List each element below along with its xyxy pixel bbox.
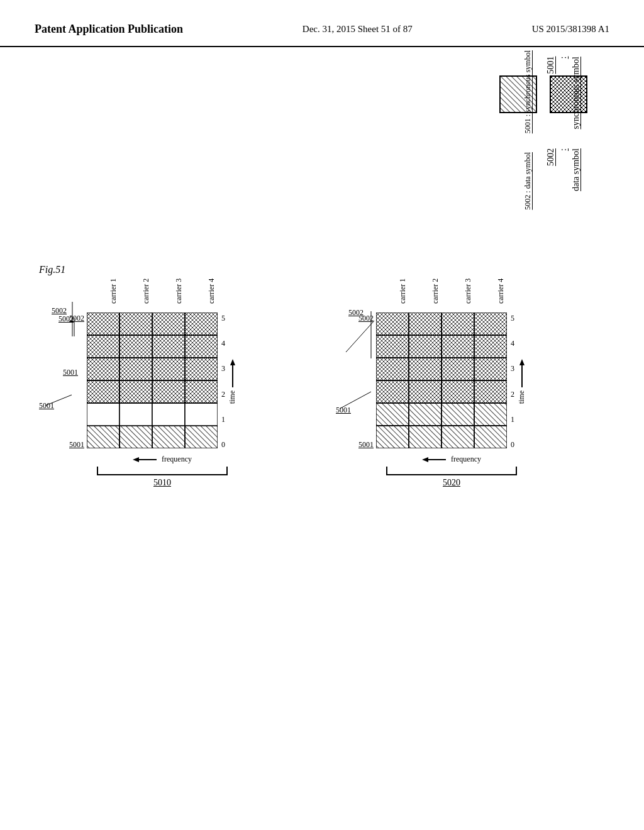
- svg-rect-30: [152, 313, 185, 335]
- svg-line-72: [340, 392, 371, 409]
- tick-2: 2: [221, 390, 225, 399]
- right-tick-2: 2: [511, 390, 514, 399]
- left-freq-section: frequency 5010: [97, 455, 228, 488]
- svg-rect-56: [376, 335, 409, 358]
- tick-1: 1: [221, 415, 225, 424]
- header-center: Dec. 31, 2015 Sheet 51 of 87: [303, 24, 413, 35]
- svg-rect-14: [152, 403, 185, 426]
- svg-rect-15: [185, 403, 218, 426]
- svg-rect-62: [441, 313, 474, 335]
- header-right: US 2015/381398 A1: [532, 24, 609, 35]
- left-diagram: carrier 1 carrier 2 carrier 3 carrier 4 …: [69, 270, 237, 488]
- left-grid-row: 5002 5001: [69, 313, 237, 451]
- right-grid-row: 5002 5001: [358, 313, 526, 451]
- svg-marker-65: [519, 359, 525, 365]
- left-freq-word: frequency: [162, 455, 192, 464]
- svg-rect-22: [152, 358, 185, 380]
- svg-rect-42: [441, 426, 474, 448]
- svg-rect-19: [185, 380, 218, 403]
- right-time-axis: 5 4 3 2 1 0: [511, 314, 514, 450]
- svg-line-71: [346, 321, 374, 352]
- legend-text-5002: 5002 : data symbol: [546, 148, 581, 191]
- left-freq-label-row: frequency: [133, 455, 192, 464]
- svg-rect-58: [441, 335, 474, 358]
- left-label-5001: 5001: [69, 440, 84, 450]
- right-freq-label-row: frequency: [422, 455, 481, 464]
- left-time-arrow-svg: [228, 359, 237, 390]
- svg-rect-55: [474, 358, 507, 380]
- left-carrier-4: carrier 4: [195, 270, 228, 311]
- left-grid-svg: [87, 313, 218, 448]
- right-carrier-2: carrier 2: [419, 270, 452, 311]
- right-carrier-headers: carrier 1 carrier 2 carrier 3 carrier 4: [386, 270, 526, 311]
- right-bracket-label: 5020: [443, 478, 460, 488]
- svg-rect-31: [185, 313, 218, 335]
- right-carrier-4: carrier 4: [484, 270, 517, 311]
- svg-rect-17: [119, 380, 152, 403]
- svg-rect-9: [119, 426, 152, 448]
- svg-rect-24: [87, 335, 119, 358]
- svg-rect-18: [152, 380, 185, 403]
- left-time-word: time: [228, 390, 237, 404]
- svg-rect-25: [119, 335, 152, 358]
- right-diagram: carrier 1 carrier 2 carrier 3 carrier 4 …: [358, 270, 526, 488]
- right-5001-slash: [333, 387, 377, 418]
- legend-labels-rotated: 5001 : synchronous symbol 5002 : data sy…: [522, 50, 534, 210]
- right-grid: [376, 313, 507, 451]
- right-freq-section: frequency 5020: [386, 455, 517, 488]
- svg-rect-57: [409, 335, 441, 358]
- svg-rect-44: [376, 403, 409, 426]
- right-label-5001: 5001: [358, 440, 374, 450]
- right-time-word: time: [517, 390, 526, 404]
- svg-rect-46: [441, 403, 474, 426]
- right-freq-arrow-svg: [422, 455, 447, 464]
- left-time-axis: 5 4 3 2 1 0: [221, 314, 225, 450]
- right-carrier-1: carrier 1: [386, 270, 419, 311]
- svg-rect-48: [376, 380, 409, 403]
- svg-rect-26: [152, 335, 185, 358]
- svg-rect-53: [409, 358, 441, 380]
- right-time-arrow-svg: [518, 359, 526, 390]
- left-5001-abs: 5001: [39, 401, 54, 411]
- svg-marker-67: [422, 457, 428, 462]
- svg-rect-50: [441, 380, 474, 403]
- right-tick-5: 5: [511, 314, 514, 323]
- svg-rect-52: [376, 358, 409, 380]
- left-5002-abs: 5002: [52, 306, 67, 316]
- svg-rect-29: [119, 313, 152, 335]
- legend-5002-text: 5002 : data symbol: [522, 152, 534, 210]
- right-freq-word: frequency: [451, 455, 481, 464]
- fig-label: Fig.51: [39, 264, 65, 275]
- left-5002-connector-svg: [66, 302, 79, 340]
- legend-data-svg: [550, 75, 587, 113]
- svg-marker-35: [133, 457, 139, 462]
- right-time-label-col: time: [517, 359, 526, 404]
- svg-rect-27: [185, 335, 218, 358]
- right-carrier-3: carrier 3: [452, 270, 484, 311]
- left-freq-arrow-svg: [133, 455, 158, 464]
- page: Patent Application Publication Dec. 31, …: [0, 0, 644, 830]
- left-bracket-label: 5010: [153, 478, 171, 488]
- left-bracket: [97, 467, 228, 475]
- svg-rect-21: [119, 358, 152, 380]
- svg-rect-45: [409, 403, 441, 426]
- svg-rect-4: [550, 76, 587, 113]
- right-bracket: [386, 467, 517, 475]
- legend-item-5002: 5002 : data symbol: [546, 148, 581, 191]
- tick-5: 5: [221, 314, 225, 323]
- svg-rect-41: [409, 426, 441, 448]
- right-tick-3: 3: [511, 364, 514, 374]
- svg-marker-33: [230, 359, 235, 365]
- svg-rect-12: [87, 403, 119, 426]
- svg-rect-60: [376, 313, 409, 335]
- svg-rect-61: [409, 313, 441, 335]
- right-5002-slash: [340, 318, 377, 368]
- tick-4: 4: [221, 339, 225, 348]
- svg-rect-10: [152, 426, 185, 448]
- legend-boxes: [499, 75, 587, 116]
- svg-rect-23: [185, 358, 218, 380]
- svg-rect-28: [87, 313, 119, 335]
- svg-rect-8: [87, 426, 119, 448]
- right-tick-4: 4: [511, 339, 514, 348]
- svg-rect-49: [409, 380, 441, 403]
